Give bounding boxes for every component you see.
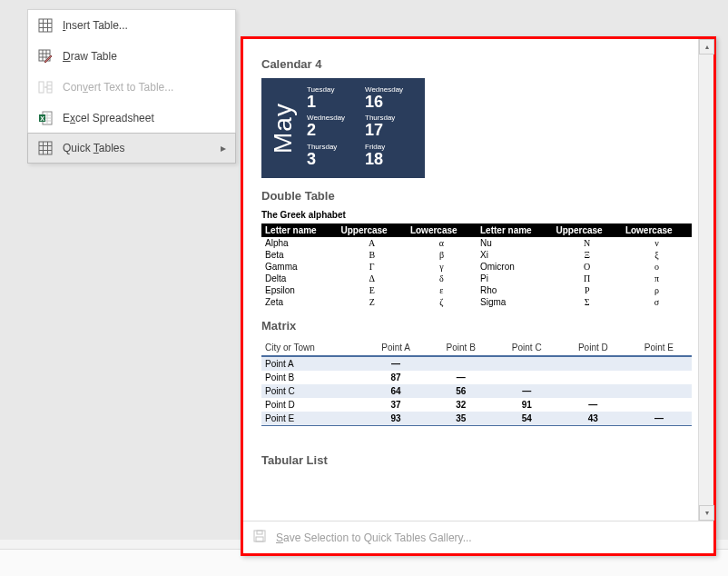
table-row: GammaΓγOmicronΟο bbox=[261, 261, 692, 273]
menu-label: Quick Tables bbox=[63, 142, 124, 154]
table-row: Point A— bbox=[261, 356, 692, 371]
excel-icon: X bbox=[37, 110, 54, 126]
svg-rect-21 bbox=[39, 142, 52, 154]
scroll-up-button[interactable]: ▴ bbox=[699, 39, 714, 55]
gallery-content: Calendar 4 May Tuesday1 Wednesday16 Wedn… bbox=[243, 39, 713, 521]
svg-rect-11 bbox=[47, 82, 52, 93]
table-header: Letter name bbox=[477, 223, 553, 237]
tables-submenu: Insert Table... Draw Table Convert Text … bbox=[27, 9, 236, 164]
menu-draw-table[interactable]: Draw Table bbox=[28, 41, 235, 72]
table-row: Point B87— bbox=[261, 371, 692, 384]
matrix-table: City or TownPoint APoint BPoint CPoint D… bbox=[261, 340, 692, 426]
menu-excel-spreadsheet[interactable]: X Excel Spreadsheet bbox=[28, 103, 235, 134]
table-header: Uppercase bbox=[338, 223, 407, 237]
calendar-month: May bbox=[265, 85, 301, 171]
table-header: Letter name bbox=[261, 223, 338, 237]
grid-icon bbox=[37, 140, 54, 156]
save-icon bbox=[252, 529, 267, 546]
table-row: DeltaΔδPiΠπ bbox=[261, 273, 692, 284]
gallery-item-calendar4-title: Calendar 4 bbox=[261, 57, 692, 71]
calendar-grid: Tuesday1 Wednesday16 Wednesday2 Thursday… bbox=[301, 85, 421, 171]
menu-quick-tables[interactable]: Quick Tables ▸ bbox=[27, 133, 236, 164]
gallery-item-double-table-title: Double Table bbox=[261, 189, 692, 203]
table-header: Point D bbox=[560, 340, 626, 356]
table-header: Lowercase bbox=[622, 223, 692, 237]
table-header: City or Town bbox=[261, 340, 364, 356]
table-row: Point D373291— bbox=[261, 398, 692, 412]
grid-icon bbox=[37, 17, 54, 34]
table-header: Point C bbox=[494, 340, 560, 356]
table-row: ZetaΖζSigmaΣσ bbox=[261, 296, 692, 308]
table-header: Point E bbox=[626, 340, 692, 356]
convert-icon bbox=[37, 79, 54, 95]
svg-text:X: X bbox=[40, 115, 44, 122]
double-table-caption: The Greek alphabet bbox=[261, 210, 692, 220]
scroll-down-button[interactable]: ▾ bbox=[699, 505, 714, 521]
table-row: AlphaΑαNuΝν bbox=[261, 237, 692, 249]
gallery-item-matrix-title: Matrix bbox=[261, 319, 692, 333]
menu-label: Draw Table bbox=[63, 50, 117, 63]
gallery-scrollbar[interactable]: ▴ ▾ bbox=[698, 39, 713, 521]
menu-label: Excel Spreadsheet bbox=[63, 112, 154, 124]
menu-label: Convert Text to Table... bbox=[63, 81, 173, 94]
table-row: Point E93355443— bbox=[261, 412, 692, 426]
svg-rect-0 bbox=[39, 19, 52, 32]
gallery-item-double-table[interactable]: The Greek alphabet Letter nameUppercaseL… bbox=[261, 210, 692, 308]
menu-insert-table[interactable]: Insert Table... bbox=[28, 10, 235, 41]
table-header: Point B bbox=[428, 340, 494, 356]
svg-rect-27 bbox=[257, 531, 262, 534]
double-table: Letter nameUppercaseLowercaseLetter name… bbox=[261, 223, 692, 308]
gallery-item-tabular-list-title: Tabular List bbox=[261, 453, 692, 467]
pencil-grid-icon bbox=[37, 48, 54, 65]
gallery-item-matrix[interactable]: City or TownPoint APoint BPoint CPoint D… bbox=[261, 340, 692, 426]
gallery-item-calendar4[interactable]: May Tuesday1 Wednesday16 Wednesday2 Thur… bbox=[261, 78, 425, 178]
table-row: Point C6456— bbox=[261, 384, 692, 398]
quick-tables-gallery: Calendar 4 May Tuesday1 Wednesday16 Wedn… bbox=[241, 36, 716, 556]
save-selection-label: Save Selection to Quick Tables Gallery..… bbox=[276, 531, 472, 544]
menu-label: Insert Table... bbox=[63, 19, 128, 32]
table-header: Point A bbox=[364, 340, 428, 356]
chevron-right-icon: ▸ bbox=[221, 142, 226, 154]
gallery-footer: Save Selection to Quick Tables Gallery..… bbox=[243, 521, 713, 553]
table-row: EpsilonΕεRhoΡρ bbox=[261, 284, 692, 296]
svg-rect-28 bbox=[256, 537, 263, 541]
table-header: Uppercase bbox=[553, 223, 622, 237]
table-header: Lowercase bbox=[407, 223, 477, 237]
table-row: BetaΒβXiΞξ bbox=[261, 249, 692, 261]
svg-rect-10 bbox=[39, 82, 44, 93]
menu-convert-text: Convert Text to Table... bbox=[28, 72, 235, 103]
